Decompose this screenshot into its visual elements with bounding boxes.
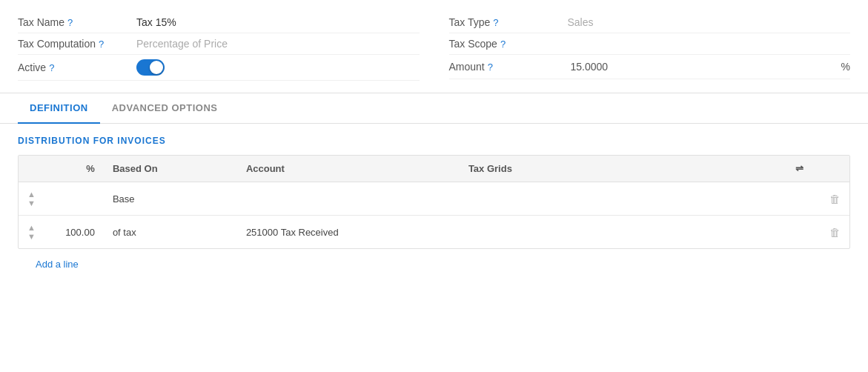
add-line-container: Add a line: [18, 249, 850, 279]
row2-basedon: of tax: [104, 216, 237, 249]
amount-input[interactable]: [568, 59, 835, 74]
tax-name-help-icon[interactable]: ?: [67, 17, 73, 28]
tax-name-label: Tax Name ?: [18, 16, 136, 28]
sort-up-icon[interactable]: ▲: [27, 190, 36, 199]
col-actions-header: [812, 156, 849, 182]
tax-scope-help-icon[interactable]: ?: [500, 39, 506, 50]
col-basedon-header: Based On: [104, 156, 237, 182]
tax-computation-help-icon[interactable]: ?: [99, 39, 104, 50]
tax-type-value[interactable]: Sales: [568, 16, 851, 28]
toggle-thumb: [150, 61, 163, 74]
amount-unit: %: [841, 61, 850, 73]
filter-icon[interactable]: ⇌: [795, 163, 804, 174]
row1-percent: [44, 182, 104, 216]
distribution-table: % Based On Account Tax Grids ⇌ ▲ ▼: [19, 156, 849, 248]
active-help-icon[interactable]: ?: [49, 62, 54, 73]
row1-basedon: Base: [104, 182, 237, 216]
invoices-section: DISTRIBUTION FOR INVOICES % Based On Acc…: [0, 124, 868, 279]
tax-name-value: Tax 15%: [136, 16, 420, 28]
row2-account: 251000 Tax Received: [237, 216, 460, 249]
active-toggle[interactable]: [136, 59, 420, 76]
row1-taxgrids: [460, 182, 812, 216]
amount-help-icon[interactable]: ?: [488, 62, 493, 73]
row1-delete[interactable]: 🗑: [812, 182, 849, 216]
sort-down-icon[interactable]: ▼: [27, 232, 36, 241]
col-sort-header: [19, 156, 44, 182]
table-row: ▲ ▼ Base 🗑: [19, 182, 849, 216]
tax-type-label: Tax Type ?: [449, 16, 568, 28]
delete-icon[interactable]: 🗑: [829, 226, 841, 239]
sort-up-icon[interactable]: ▲: [27, 223, 36, 232]
row2-taxgrids: [460, 216, 812, 249]
tab-advanced-options[interactable]: ADVANCED OPTIONS: [100, 93, 230, 124]
row2-sort[interactable]: ▲ ▼: [19, 216, 44, 249]
row2-percent: 100.00: [44, 216, 104, 249]
sort-down-icon[interactable]: ▼: [27, 199, 36, 207]
tax-type-help-icon[interactable]: ?: [493, 17, 498, 28]
delete-icon[interactable]: 🗑: [829, 193, 841, 205]
col-percent-header: %: [44, 156, 104, 182]
toggle-switch[interactable]: [136, 59, 165, 76]
tax-scope-label: Tax Scope ?: [449, 38, 568, 50]
amount-label: Amount ?: [449, 61, 568, 73]
tax-computation-value[interactable]: Percentage of Price: [136, 38, 420, 50]
tab-definition[interactable]: DEFINITION: [18, 93, 100, 124]
section-title: DISTRIBUTION FOR INVOICES: [18, 136, 850, 146]
col-taxgrids-header: Tax Grids ⇌: [460, 156, 812, 182]
table-row: ▲ ▼ 100.00 of tax 251000 Tax Received 🗑: [19, 216, 849, 249]
col-account-header: Account: [237, 156, 460, 182]
row2-delete[interactable]: 🗑: [812, 216, 849, 249]
active-label: Active ?: [18, 62, 136, 73]
row1-account: [237, 182, 460, 216]
amount-field[interactable]: %: [568, 59, 851, 74]
add-line-button[interactable]: Add a line: [36, 259, 79, 270]
tabs-bar: DEFINITION ADVANCED OPTIONS: [0, 93, 868, 124]
tax-computation-label: Tax Computation ?: [18, 38, 136, 50]
row1-sort[interactable]: ▲ ▼: [19, 182, 44, 216]
distribution-table-wrapper: % Based On Account Tax Grids ⇌ ▲ ▼: [18, 155, 850, 249]
